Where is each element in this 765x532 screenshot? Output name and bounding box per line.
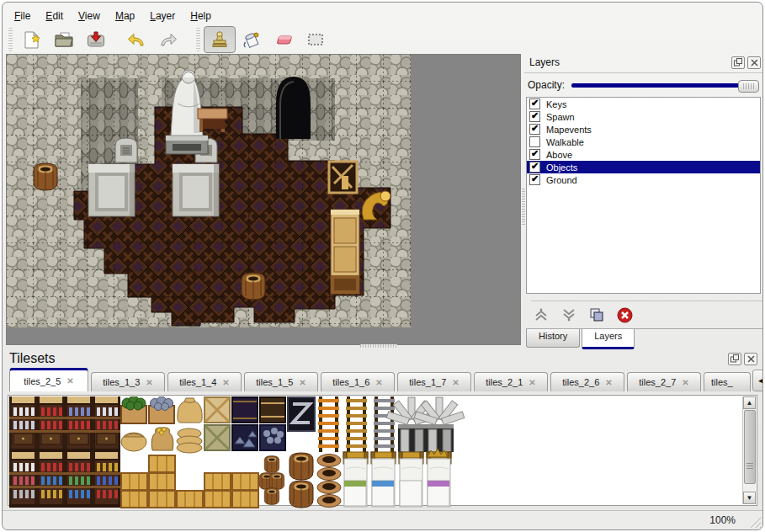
close-tab-icon[interactable]: ✕ (529, 378, 535, 387)
tileset-tab-tiles_1_6[interactable]: tiles_1_6 ✕ (321, 372, 395, 391)
close-tab-icon[interactable]: ✕ (299, 378, 305, 387)
redo-button[interactable] (152, 26, 184, 53)
save-button[interactable] (80, 26, 112, 53)
scroll-up-arrow[interactable]: ▲ (743, 396, 756, 409)
tileset-tab-tiles_2_7[interactable]: tiles_2_7 ✕ (627, 372, 701, 391)
status-bar: 100% (3, 510, 762, 529)
delete-layer-button[interactable] (614, 306, 635, 323)
layer-checkbox[interactable]: ✔ (529, 174, 540, 185)
zoom-level: 100% (709, 514, 736, 526)
menu-view[interactable]: View (71, 8, 108, 24)
wooden-table (198, 109, 227, 132)
tab-layers[interactable]: Layers (582, 329, 635, 349)
close-tab-icon[interactable]: ✕ (222, 378, 229, 387)
layer-row-keys[interactable]: ✔ Keys (527, 98, 760, 110)
gravestone (115, 138, 137, 162)
open-button[interactable] (48, 26, 80, 53)
horizontal-splitter[interactable] (360, 344, 397, 348)
crate (329, 162, 357, 193)
stamp-icon (210, 29, 230, 50)
select-tool-button[interactable] (300, 26, 332, 53)
tileset-tab-tiles_2_5[interactable]: tiles_2_5 ✕ (9, 368, 88, 391)
float-panel-button[interactable] (731, 56, 745, 69)
tileset-tab-bar: tiles_2_5 ✕ tiles_1_3 ✕ tiles_1_4 ✕ tile… (9, 368, 757, 391)
close-panel-button[interactable] (744, 353, 757, 365)
toolbar-drag-handle[interactable] (8, 28, 13, 51)
layer-checkbox[interactable]: ✔ (529, 111, 540, 122)
tileset-scrollbar[interactable]: ▲ ▼ (742, 396, 756, 504)
layer-row-walkable[interactable]: Walkable (527, 136, 760, 148)
tileset-tab-tiles_1_5[interactable]: tiles_1_5 ✕ (244, 372, 318, 391)
delete-icon (617, 307, 633, 323)
map-canvas[interactable] (7, 55, 518, 342)
scrollbar-thumb[interactable] (744, 410, 756, 484)
selection-rect-icon (305, 29, 326, 50)
stone-pedestal (173, 164, 219, 216)
float-panel-button[interactable] (728, 353, 741, 365)
layers-panel-title: Layers (529, 56, 560, 68)
layer-row-mapevents[interactable]: ✔ Mapevents (527, 123, 760, 136)
tileset-tab-tiles_1_7[interactable]: tiles_1_7 ✕ (397, 372, 471, 391)
scroll-down-arrow[interactable]: ▼ (743, 492, 756, 504)
undo-button[interactable] (120, 26, 152, 53)
move-layer-down-button[interactable] (559, 306, 579, 323)
close-tab-icon[interactable]: ✕ (452, 378, 459, 387)
save-icon (86, 29, 106, 50)
duplicate-icon (589, 307, 604, 322)
float-icon (730, 354, 739, 363)
stone-pedestal (88, 164, 135, 216)
close-tab-icon[interactable]: ✕ (146, 378, 152, 387)
paint-can-icon (242, 29, 262, 50)
undo-arrow-icon (126, 29, 146, 50)
layer-checkbox[interactable]: ✔ (529, 124, 540, 135)
chevron-up-icon (534, 307, 549, 322)
menu-help[interactable]: Help (183, 8, 219, 24)
cabinet (331, 210, 359, 294)
close-tab-icon[interactable]: ✕ (66, 376, 73, 386)
opacity-slider-fill (571, 83, 739, 88)
layer-checkbox[interactable]: ✔ (529, 98, 540, 109)
resize-grip[interactable] (749, 516, 761, 528)
tileset-tab-tiles_2_6[interactable]: tiles_2_6 ✕ (550, 372, 624, 391)
layer-row-ground[interactable]: ✔ Ground (527, 173, 760, 186)
chevron-down-icon (561, 307, 576, 322)
menu-map[interactable]: Map (108, 8, 142, 24)
tileset-canvas[interactable] (9, 396, 740, 508)
tab-history[interactable]: History (526, 329, 580, 348)
layer-checkbox[interactable]: ✔ (529, 149, 540, 160)
tab-scroll-left-button[interactable]: ◀ (752, 370, 763, 391)
close-icon (751, 59, 758, 66)
opacity-label: Opacity: (528, 79, 565, 91)
move-layer-up-button[interactable] (531, 306, 551, 323)
opacity-slider-handle[interactable] (738, 80, 759, 93)
close-tab-icon[interactable]: ✕ (605, 378, 612, 387)
barrel (34, 163, 57, 190)
layer-row-above[interactable]: ✔ Above (527, 148, 760, 161)
map-view (6, 54, 521, 345)
menu-file[interactable]: File (7, 8, 38, 24)
new-button[interactable] (16, 26, 48, 53)
open-folder-icon (54, 29, 74, 50)
layer-list: ✔ Keys ✔ Spawn ✔ Mapevents Walkable ✔ Ab… (526, 97, 761, 294)
opacity-slider[interactable] (571, 79, 759, 92)
layers-panel: Layers Opacity: ✔ (524, 54, 762, 345)
menu-edit[interactable]: Edit (38, 8, 71, 24)
fill-tool-button[interactable] (236, 26, 268, 53)
menu-layer[interactable]: Layer (142, 8, 183, 24)
close-tab-icon[interactable]: ✕ (375, 378, 382, 387)
stamp-tool-button[interactable] (204, 26, 236, 53)
tileset-tab-tiles_2_1[interactable]: tiles_2_1 ✕ (474, 372, 548, 391)
layer-row-spawn[interactable]: ✔ Spawn (527, 110, 760, 123)
layer-checkbox[interactable] (529, 136, 540, 147)
tileset-tab-clipped[interactable]: tiles_ (704, 372, 751, 391)
toolbar-drag-handle[interactable] (196, 28, 200, 51)
tilesets-panel: Tilesets tiles_2_5 ✕ tiles_1_3 ✕ (3, 348, 762, 510)
close-tab-icon[interactable]: ✕ (682, 378, 688, 387)
tileset-tab-tiles_1_4[interactable]: tiles_1_4 ✕ (167, 372, 242, 391)
tileset-tab-tiles_1_3[interactable]: tiles_1_3 ✕ (91, 372, 165, 391)
layer-checkbox[interactable]: ✔ (529, 162, 540, 173)
duplicate-layer-button[interactable] (587, 306, 607, 323)
layer-row-objects[interactable]: ✔ Objects (527, 161, 760, 173)
close-panel-button[interactable] (747, 56, 761, 69)
eraser-tool-button[interactable] (268, 26, 300, 53)
